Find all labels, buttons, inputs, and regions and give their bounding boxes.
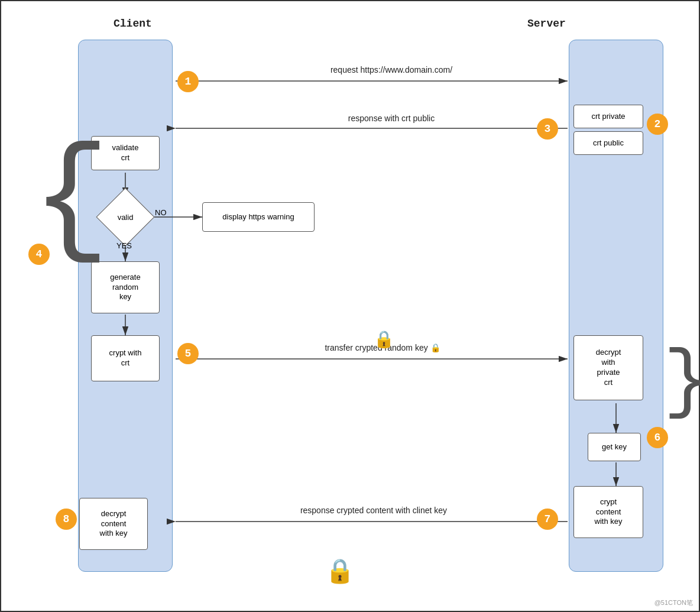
response-crypted-label: response crypted content with clinet key (202, 506, 545, 515)
badge-8: 8 (56, 509, 77, 530)
client-label: Client (114, 18, 152, 30)
lock-icon-bottom: 🔒 (325, 557, 355, 586)
crypt-content-with-key-box: crypt content with key (573, 486, 643, 538)
decrypt-content-with-key-box: decrypt content with key (79, 498, 148, 550)
crypt-with-crt-box: crypt with crt (91, 335, 160, 381)
badge-3: 3 (537, 118, 558, 140)
response-crt-label: response with crt public (273, 114, 510, 123)
display-https-warning-box: display https warning (202, 202, 315, 232)
badge-7: 7 (537, 509, 558, 530)
crt-private-box: crt private (573, 105, 643, 128)
valid-diamond: valid (102, 196, 149, 238)
no-label: NO (155, 208, 167, 217)
watermark: @51CTON笔 (654, 598, 693, 607)
badge-1: 1 (177, 71, 199, 92)
badge-4: 4 (28, 244, 50, 265)
brace-6: } (663, 344, 700, 421)
badge-2: 2 (647, 114, 668, 135)
request-label: request https://www.domain.com/ (273, 65, 510, 75)
crt-public-box: crt public (573, 131, 643, 155)
decrypt-with-private-crt-box: decrypt with private crt (573, 335, 643, 400)
get-key-box: get key (588, 433, 641, 461)
server-label: Server (527, 18, 566, 30)
lock-icon-5: 🔒 (374, 329, 394, 349)
yes-label: YES (116, 241, 132, 250)
diagram: Client Server (0, 0, 700, 612)
badge-5: 5 (177, 343, 199, 364)
badge-6: 6 (647, 427, 668, 448)
